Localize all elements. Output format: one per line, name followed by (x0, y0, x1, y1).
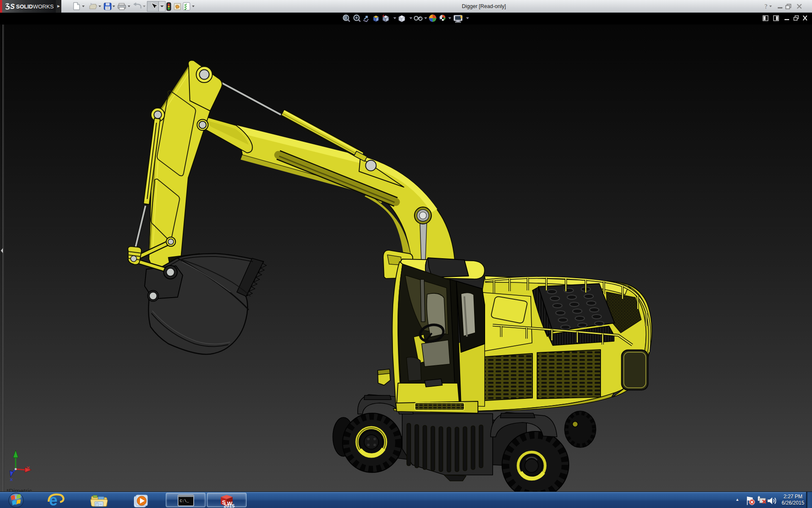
svg-text:?: ? (765, 3, 767, 10)
svg-text:C:\_: C:\_ (180, 499, 189, 503)
svg-text:S: S (10, 3, 15, 10)
svg-text:SOLIDWORKS: SOLIDWORKS (16, 3, 54, 10)
svg-text:2015: 2015 (224, 503, 235, 508)
